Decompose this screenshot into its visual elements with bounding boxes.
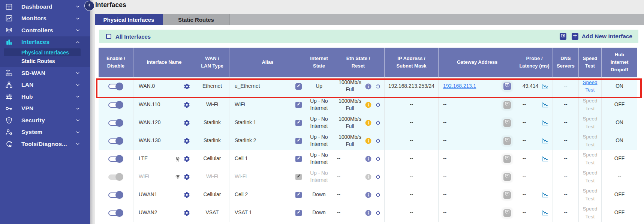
enable-toggle[interactable] [108, 191, 123, 199]
sidebar-collapse-button[interactable] [85, 1, 94, 11]
reset-icon[interactable] [375, 120, 381, 126]
edit-alias-button[interactable] [295, 102, 302, 108]
alias-text: Cell 1 [235, 155, 248, 162]
latency-chart-icon[interactable] [541, 138, 549, 144]
latency-chart-icon[interactable] [541, 210, 549, 216]
gear-icon[interactable] [183, 101, 190, 108]
cell-internet-state: Up - No Internet [306, 150, 332, 168]
sidebar-item-controllers[interactable]: Controllers [0, 24, 90, 36]
enable-toggle[interactable] [108, 137, 123, 145]
latency-chart-icon[interactable] [541, 156, 549, 162]
edit-alias-button[interactable] [295, 138, 302, 144]
ping-gateway-button[interactable] [502, 118, 512, 128]
ping-gateway-button[interactable] [502, 100, 512, 110]
sidebar-item-interfaces[interactable]: Interfaces [0, 36, 90, 48]
controllers-icon [5, 26, 13, 35]
cell-gateway: -- [439, 96, 516, 114]
reset-icon[interactable] [375, 174, 381, 180]
ping-gateway-button[interactable] [502, 190, 512, 200]
wan-lan-type: Ethernet [202, 83, 222, 90]
sidebar-item-sd-wan[interactable]: SD-WAN [0, 67, 90, 79]
speed-test-link[interactable]: Speed Test [581, 115, 599, 131]
speed-test-link[interactable]: Speed Test [581, 169, 599, 185]
all-interfaces-checkbox[interactable] [106, 34, 111, 39]
gear-icon[interactable] [183, 209, 190, 216]
info-icon[interactable] [365, 209, 372, 216]
edit-alias-button[interactable] [295, 156, 302, 162]
add-new-interface-label[interactable]: Add New Interface [582, 33, 632, 40]
sidebar-subitem-physical-interfaces[interactable]: Physical Interfaces [0, 48, 90, 57]
sidebar-item-hub[interactable]: Hub [0, 91, 90, 103]
sidebar-item-monitors[interactable]: Monitors [0, 13, 90, 25]
latency-chart-icon[interactable] [541, 83, 549, 90]
info-icon[interactable] [365, 191, 372, 198]
reset-icon[interactable] [375, 84, 381, 89]
gear-icon[interactable] [183, 83, 190, 90]
reset-icon[interactable] [375, 102, 381, 108]
gear-icon[interactable] [183, 191, 190, 198]
edit-alias-button[interactable] [295, 174, 302, 180]
info-icon[interactable] [365, 137, 372, 144]
enable-toggle[interactable] [108, 101, 123, 109]
enable-toggle[interactable] [108, 173, 123, 181]
gateway-address-link[interactable]: 192.168.213.1 [443, 83, 476, 90]
reset-icon[interactable] [375, 138, 381, 144]
sidebar-item-tools[interactable]: Tools/Diagnos... [0, 138, 90, 150]
ping-gateway-button[interactable] [502, 136, 512, 146]
speed-test-link[interactable]: Speed Test [581, 79, 599, 94]
ping-gateway-button[interactable] [502, 81, 512, 91]
reset-icon[interactable] [375, 192, 381, 198]
add-interface-plus-button[interactable] [572, 33, 578, 40]
sidebar-item-lan[interactable]: LAN [0, 79, 90, 91]
probe-latency: -- [523, 173, 526, 180]
gear-icon[interactable] [183, 155, 190, 162]
sidebar-item-system[interactable]: System [0, 126, 90, 138]
tab-static-routes[interactable]: Static Routes [163, 14, 230, 25]
sidebar-item-security[interactable]: Security [0, 114, 90, 126]
enable-toggle[interactable] [108, 209, 123, 217]
sidebar-item-vpn[interactable]: VPN [0, 103, 90, 115]
cell-interface-name: WAN.110 [133, 96, 195, 114]
latency-chart-icon[interactable] [541, 120, 549, 126]
speed-test-link[interactable]: Speed Test [581, 205, 599, 221]
reset-icon[interactable] [375, 210, 381, 216]
info-icon[interactable] [365, 119, 372, 126]
speed-test-link[interactable]: Speed Test [581, 187, 599, 203]
edit-alias-button[interactable] [295, 83, 302, 90]
latency-chart-icon[interactable] [541, 192, 549, 198]
tab-physical-interfaces[interactable]: Physical Interfaces [95, 14, 163, 25]
sidebar-item-label: LAN [21, 81, 33, 88]
edit-alias-button[interactable] [295, 192, 302, 198]
cell-ip-address: -- [385, 204, 439, 222]
chat-plus-icon [504, 82, 510, 90]
edit-alias-button[interactable] [295, 210, 302, 216]
gear-icon[interactable] [183, 137, 190, 144]
info-icon[interactable] [365, 173, 372, 180]
export-window-button[interactable] [560, 33, 566, 40]
enable-toggle[interactable] [108, 155, 123, 163]
info-icon[interactable] [365, 83, 372, 90]
gateway-address: -- [443, 209, 446, 216]
enable-toggle[interactable] [108, 82, 123, 90]
sidebar-subitem-static-routes[interactable]: Static Routes [0, 57, 90, 65]
gear-icon[interactable] [183, 173, 190, 180]
hub-internet-dropoff: ON [616, 137, 623, 144]
ping-gateway-button[interactable] [502, 172, 512, 182]
cell-alias: VSAT 1 [229, 204, 306, 222]
wan-lan-type: Cellular [204, 191, 221, 198]
info-icon[interactable] [365, 155, 372, 162]
speed-test-link[interactable]: Speed Test [581, 133, 599, 149]
speed-test-link[interactable]: Speed Test [581, 97, 599, 113]
ping-gateway-button[interactable] [502, 208, 512, 218]
edit-alias-button[interactable] [295, 120, 302, 126]
enable-toggle[interactable] [108, 119, 123, 127]
cell-speed-test: Speed Test [579, 186, 602, 204]
info-icon[interactable] [365, 101, 372, 108]
speed-test-link[interactable]: Speed Test [581, 151, 599, 167]
sidebar-item-dashboard[interactable]: Dashboard [0, 1, 90, 13]
eth-state: 1000Mb/s Full [335, 79, 365, 93]
reset-icon[interactable] [375, 156, 381, 162]
gear-icon[interactable] [183, 119, 190, 126]
ping-gateway-button[interactable] [502, 154, 512, 164]
latency-chart-icon[interactable] [541, 102, 549, 108]
